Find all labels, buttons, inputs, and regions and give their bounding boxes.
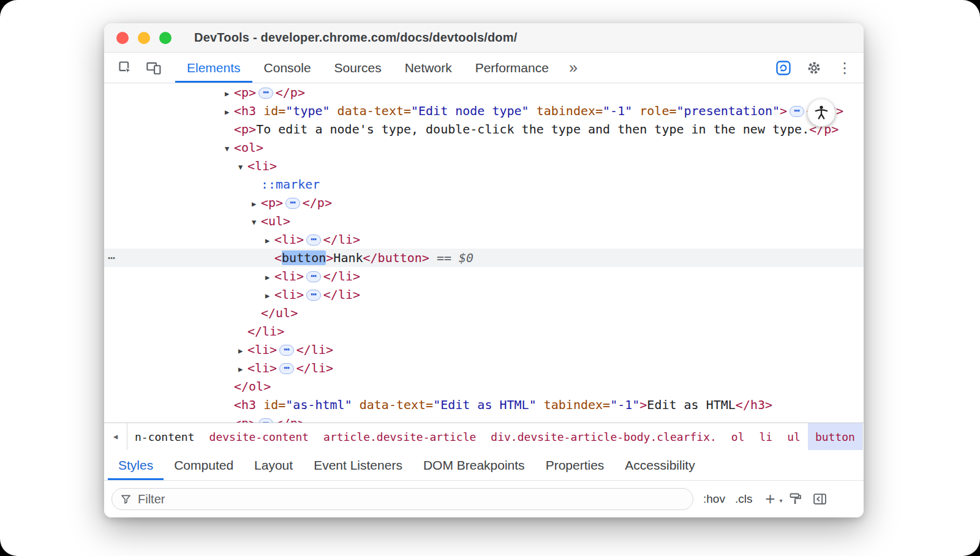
collapsed-arrow-icon[interactable]: ▶ [225,415,234,423]
collapsed-arrow-icon[interactable]: ▶ [265,268,274,287]
code-token-txt: Hank [333,250,363,265]
breadcrumb-item[interactable]: n-content [127,423,202,450]
ellipsis-expand-icon[interactable]: ⋯ [279,363,294,374]
code-token-attr: tabindex= [529,103,603,118]
tab-sources[interactable]: Sources [323,53,393,83]
tab-performance[interactable]: Performance [464,53,560,83]
breadcrumb-item[interactable]: li [752,423,780,450]
tab-dom-breakpoints[interactable]: DOM Breakpoints [413,450,535,480]
tab-elements[interactable]: Elements [175,53,252,83]
tab-properties[interactable]: Properties [535,450,615,480]
dom-tree-row[interactable]: <h3 id="as-html" data-text="Edit as HTML… [104,396,864,414]
code-token-sel: button [282,250,326,265]
breadcrumb-scroll-left-icon[interactable]: ◀ [104,423,127,450]
dom-tree-row[interactable]: ▶<p>⋯</p> [104,193,864,212]
code-token-tag: </ol> [234,379,271,394]
kebab-menu-icon[interactable]: ⋮ [832,55,858,81]
tab-console[interactable]: Console [252,53,323,83]
code-token-val: "as-html" [285,397,352,412]
filter-input[interactable] [138,492,685,506]
code-token-tag: <li> [274,232,304,247]
toggle-element-state-button[interactable]: :hov [703,492,725,506]
ellipsis-expand-icon[interactable]: ⋯ [306,235,321,246]
code-token-tag: <p> [234,85,256,100]
collapsed-arrow-icon[interactable]: ▶ [225,85,234,103]
dom-tree-row[interactable]: ▶<li>⋯</li> [104,230,864,249]
dom-tree-row[interactable]: ▶<li>⋯</li> [104,359,864,377]
minimize-window-button[interactable] [138,32,150,44]
element-classes-button[interactable]: .cls [735,492,753,506]
collapsed-arrow-icon[interactable]: ▶ [238,342,247,360]
close-window-button[interactable] [116,32,129,44]
collapsed-arrow-icon[interactable]: ▶ [265,287,274,305]
dom-tree-row[interactable]: ▶<li>⋯</li> [104,285,864,304]
code-token-tag: <ul> [261,214,290,228]
row-overflow-icon[interactable]: ⋯ [108,249,115,267]
sync-icon[interactable] [771,55,796,81]
breadcrumb-item[interactable]: devsite-content [202,423,317,450]
breadcrumb-item-selected[interactable]: button [808,423,862,450]
dom-tree-row[interactable]: ▶<li>⋯</li> [104,267,864,285]
expanded-arrow-icon[interactable]: ▼ [225,140,234,158]
breadcrumb-item[interactable]: div.devsite-article-body.clearfix. [483,423,723,450]
ellipsis-expand-icon[interactable]: ⋯ [258,88,273,99]
code-token-tag: > [780,103,787,118]
dom-tree-row[interactable]: ▼<ol> [104,138,864,157]
breadcrumb-item[interactable]: article.devsite-article [316,423,483,450]
tab-network[interactable]: Network [393,53,464,83]
more-tabs-icon[interactable]: » [560,53,586,83]
toolbar-right: ⋮ [771,53,864,83]
tab-event-listeners[interactable]: Event Listeners [303,450,413,480]
tab-styles[interactable]: Styles [108,450,164,480]
tab-layout[interactable]: Layout [244,450,303,480]
toggle-device-toolbar-icon[interactable] [140,53,168,83]
expanded-arrow-icon[interactable]: ▼ [238,158,247,176]
dom-tree-row[interactable]: ▶<p>⋯</p> [104,83,864,102]
dock-sidebar-icon[interactable] [812,492,827,507]
code-token-tag: <p> [234,122,256,137]
breadcrumb-scroll-right-icon[interactable]: ▶ [862,423,864,450]
panel-tabs: ElementsConsoleSourcesNetworkPerformance [175,53,560,83]
expanded-arrow-icon[interactable]: ▼ [252,213,261,231]
accessibility-icon[interactable] [807,99,835,127]
inspect-element-icon[interactable] [111,53,140,83]
styles-filter-bar: :hov .cls +▾ [104,481,864,517]
ellipsis-expand-icon[interactable]: ⋯ [306,271,321,282]
dom-tree-row[interactable]: ▼<li> [104,157,864,175]
collapsed-arrow-icon[interactable]: ▶ [238,360,247,378]
dom-tree-row[interactable]: ▶<h3 id="type" data-text="Edit node type… [104,102,864,120]
dom-tree-row[interactable]: </li> [104,322,864,340]
code-token-tag: <li> [247,361,277,375]
maximize-window-button[interactable] [159,32,172,44]
code-token-pseudo: ::marker [261,177,320,192]
breadcrumb-item[interactable]: ul [780,423,808,450]
new-style-rule-button[interactable]: +▾ [762,492,778,506]
style-filter-field[interactable] [111,488,693,510]
dom-tree-row[interactable]: ::marker [104,175,864,193]
collapsed-arrow-icon[interactable]: ▶ [265,231,274,250]
dom-tree-row[interactable]: ▼<ul> [104,212,864,230]
collapsed-arrow-icon[interactable]: ▶ [225,103,234,121]
tab-accessibility[interactable]: Accessibility [614,450,705,480]
dom-tree-row[interactable]: <p>To edit a node's type, double-click t… [104,120,864,138]
collapsed-arrow-icon[interactable]: ▶ [252,195,261,213]
desktop-background: DevTools - developer.chrome.com/docs/dev… [0,0,980,556]
dom-tree-row[interactable]: ▶<li>⋯</li> [104,340,864,359]
dom-tree-row[interactable]: </ul> [104,304,864,322]
code-token-txt: Edit as HTML [647,397,736,412]
breadcrumb: n-contentdevsite-contentarticle.devsite-… [127,423,862,450]
dom-tree-row[interactable]: </ol> [104,377,864,396]
ellipsis-expand-icon[interactable]: ⋯ [306,290,321,301]
ellipsis-expand-icon[interactable]: ⋯ [285,198,300,209]
dom-tree-row[interactable]: ▶<p>⋯</p> [104,414,864,423]
dom-tree-row-selected[interactable]: ⋯<button>Hank</button> == $0 [104,249,864,267]
ellipsis-expand-icon[interactable]: ⋯ [279,345,294,356]
devtools-window: DevTools - developer.chrome.com/docs/dev… [104,23,864,517]
paint-roller-icon[interactable] [788,492,802,506]
code-token-attr: data-text= [330,103,411,118]
breadcrumb-item[interactable]: ol [724,423,752,450]
settings-gear-icon[interactable] [801,55,827,81]
ellipsis-expand-icon[interactable]: ⋯ [258,418,273,423]
ellipsis-expand-icon[interactable]: ⋯ [790,106,804,117]
tab-computed[interactable]: Computed [164,450,244,480]
